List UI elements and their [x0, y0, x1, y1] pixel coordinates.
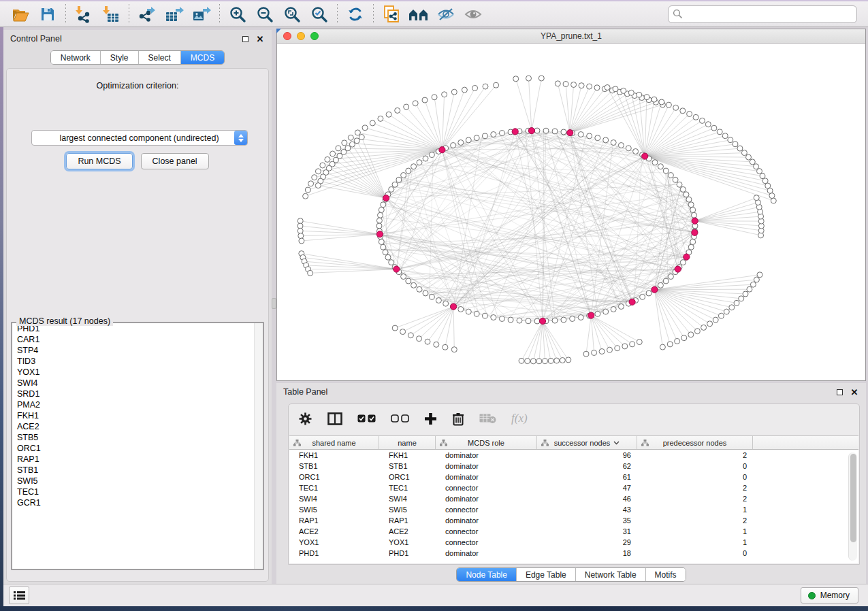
export-image-button[interactable] [188, 3, 215, 25]
show-all-button[interactable] [460, 3, 487, 25]
mcds-result-item[interactable]: RAP1 [12, 454, 263, 465]
optimization-criterion-select[interactable]: largest connected component (undirected) [31, 130, 248, 146]
mcds-result-item[interactable]: SWI4 [12, 378, 263, 389]
column-header-successor-nodes[interactable]: successor nodes [537, 436, 637, 449]
tab-motifs[interactable]: Motifs [646, 568, 686, 581]
mcds-result-item[interactable]: PMA2 [12, 399, 263, 410]
mcds-result-item[interactable]: STB5 [12, 432, 263, 443]
table-scrollbar-thumb[interactable] [850, 454, 856, 542]
deselect-all-button[interactable] [391, 414, 409, 423]
refresh-button[interactable] [342, 3, 369, 25]
function-builder-button[interactable]: f(x) [511, 412, 528, 425]
mcds-result-list[interactable]: PHD1CAR1STP4TID3YOX1SWI4SRD1PMA2FKH1ACE2… [12, 323, 263, 569]
table-row[interactable]: ACE2ACE2connector311 [289, 526, 858, 537]
save-session-button[interactable] [34, 3, 61, 25]
table-row[interactable]: SWI4SWI4dominator462 [289, 493, 858, 504]
window-focus-corner [276, 29, 281, 33]
delete-column-button[interactable] [452, 412, 464, 426]
mcds-result-item[interactable]: STP4 [12, 345, 263, 356]
first-neighbors-button[interactable] [405, 3, 432, 25]
memory-button[interactable]: Memory [801, 587, 858, 604]
tab-select[interactable]: Select [139, 51, 181, 64]
show-panel-list-button[interactable] [9, 587, 29, 604]
mcds-result-item[interactable]: TID3 [12, 356, 263, 367]
close-panel-button-mcds[interactable]: Close panel [141, 153, 209, 169]
import-table-button[interactable] [97, 3, 125, 25]
table-scrollbar[interactable] [848, 452, 857, 561]
cell-shared-name: FKH1 [289, 451, 379, 459]
cell-predecessor-nodes: 2 [637, 516, 753, 525]
cell-shared-name: ACE2 [289, 527, 379, 535]
memory-label: Memory [820, 591, 850, 600]
zoom-fit-button[interactable] [278, 3, 306, 25]
table-settings-button[interactable] [298, 412, 312, 426]
delete-table-button[interactable] [479, 413, 496, 424]
show-column-button[interactable] [327, 412, 342, 425]
cell-shared-name: STB1 [289, 462, 379, 470]
mcds-result-item[interactable]: ORC1 [12, 443, 263, 454]
table-row[interactable]: YOX1YOX1connector291 [289, 537, 858, 548]
export-network-button[interactable] [133, 3, 161, 25]
zoom-out-button[interactable] [251, 3, 278, 25]
mcds-list-scrollbar[interactable] [254, 323, 263, 569]
table-row[interactable]: SWI5SWI5connector431 [289, 504, 858, 515]
tab-edge-table[interactable]: Edge Table [517, 568, 576, 581]
mcds-result-item[interactable]: GCR1 [12, 497, 263, 508]
tab-network[interactable]: Network [51, 51, 101, 64]
mcds-result-item[interactable]: TEC1 [12, 486, 263, 497]
cell-shared-name: SWI5 [289, 506, 379, 514]
cell-successor-nodes: 18 [537, 549, 637, 557]
cell-MCDS-role: connector [436, 484, 537, 492]
table-row[interactable]: ORC1ORC1dominator610 [289, 472, 858, 482]
table-delete-icon [479, 413, 496, 424]
mcds-result-item[interactable]: SWI5 [12, 476, 263, 486]
open-session-button[interactable] [7, 3, 34, 25]
mcds-result-box: MCDS result (17 nodes) PHD1CAR1STP4TID3Y… [11, 317, 264, 570]
mcds-result-item[interactable]: SRD1 [12, 389, 263, 399]
table-row[interactable]: STB1STB1dominator620 [289, 461, 858, 472]
control-panel: Control Panel ✕ NetworkStyleSelectMCDS O… [3, 30, 272, 584]
add-column-button[interactable] [424, 412, 437, 425]
select-all-button[interactable] [357, 414, 376, 423]
new-network-from-selection-button[interactable] [378, 3, 405, 25]
zoom-selected-button[interactable] [306, 3, 333, 25]
float-panel-button[interactable] [240, 34, 250, 44]
close-table-panel-button[interactable]: ✕ [850, 387, 859, 397]
network-view-window: YPA_prune.txt_1 [276, 29, 866, 381]
cell-name: ORC1 [379, 473, 436, 481]
tab-network-table[interactable]: Network Table [576, 568, 646, 581]
mcds-result-item[interactable]: YOX1 [12, 367, 263, 378]
column-header-MCDS-role[interactable]: MCDS role [436, 436, 537, 449]
cell-predecessor-nodes: 0 [637, 462, 753, 470]
zoom-in-button[interactable] [224, 3, 251, 25]
search-input[interactable] [668, 5, 857, 23]
tab-node-table[interactable]: Node Table [457, 568, 517, 581]
cell-shared-name: SWI4 [289, 495, 379, 503]
network-window-titlebar[interactable]: YPA_prune.txt_1 [277, 29, 865, 44]
tab-style[interactable]: Style [101, 51, 139, 64]
table-row[interactable]: PHD1PHD1dominator180 [289, 548, 858, 559]
run-mcds-button[interactable]: Run MCDS [66, 153, 132, 169]
mcds-result-item[interactable]: CAR1 [12, 334, 263, 345]
cell-MCDS-role: connector [436, 506, 537, 514]
cell-successor-nodes: 47 [537, 484, 637, 492]
close-panel-button[interactable]: ✕ [255, 34, 265, 44]
node-table[interactable]: shared namenameMCDS rolesuccessor nodesp… [289, 435, 858, 563]
panel-splitter-handle[interactable] [272, 298, 276, 309]
column-header-predecessor-nodes[interactable]: predecessor nodes [637, 436, 753, 449]
mcds-result-item[interactable]: ACE2 [12, 421, 263, 432]
tab-mcds[interactable]: MCDS [181, 51, 224, 64]
table-row[interactable]: FKH1FKH1dominator962 [289, 450, 858, 461]
column-header-shared-name[interactable]: shared name [289, 436, 379, 449]
hide-selected-button[interactable] [432, 3, 460, 25]
mcds-result-item[interactable]: STB1 [12, 465, 263, 476]
column-header-name[interactable]: name [379, 436, 436, 449]
network-canvas[interactable] [277, 44, 865, 380]
table-row[interactable]: TEC1TEC1connector472 [289, 482, 858, 493]
export-table-button[interactable] [161, 3, 188, 25]
float-table-panel-button[interactable] [835, 387, 844, 397]
import-network-button[interactable] [70, 3, 97, 25]
table-row[interactable]: RAP1RAP1dominator352 [289, 515, 858, 526]
optimization-criterion-label: Optimization criterion: [7, 81, 268, 90]
mcds-result-item[interactable]: FKH1 [12, 410, 263, 421]
